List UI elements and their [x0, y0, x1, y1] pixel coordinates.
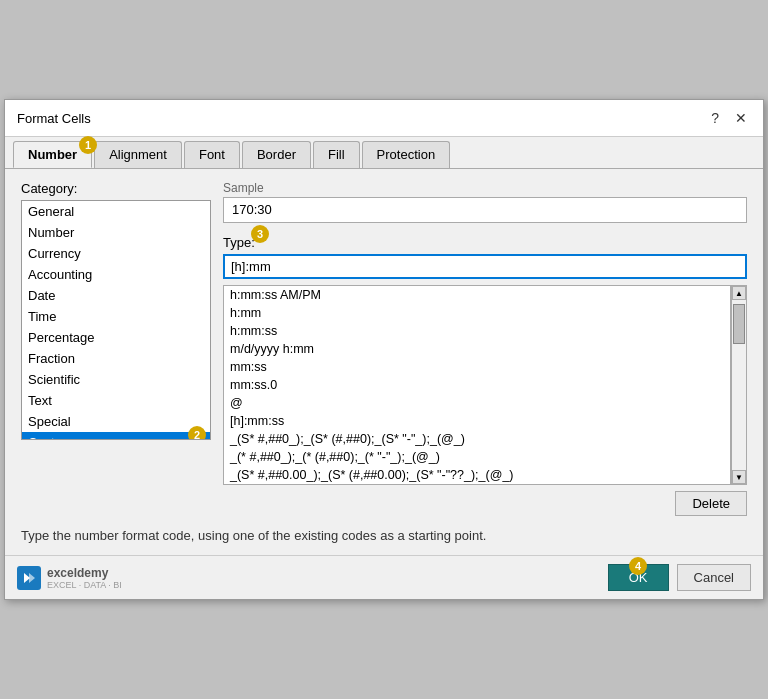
category-item-percentage[interactable]: Percentage — [22, 327, 210, 348]
hint-text: Type the number format code, using one o… — [21, 528, 747, 543]
sample-label: Sample — [223, 181, 747, 195]
dialog-body: Category: General Number Currency Accoun… — [5, 169, 763, 555]
format-list[interactable]: h:mm:ss AM/PM h:mm h:mm:ss m/d/yyyy h:mm… — [223, 285, 731, 485]
logo-icon — [17, 566, 41, 590]
footer-logo: exceldemy EXCEL · DATA · BI — [17, 566, 122, 590]
logo-svg — [22, 571, 36, 585]
category-item-custom[interactable]: Custom 2 — [22, 432, 210, 440]
type-input[interactable] — [223, 254, 747, 279]
format-item[interactable]: h:mm — [224, 304, 730, 322]
format-list-wrap: h:mm:ss AM/PM h:mm h:mm:ss m/d/yyyy h:mm… — [223, 285, 731, 485]
tab-alignment[interactable]: Alignment — [94, 141, 182, 168]
format-item[interactable]: _(S* #,##0_);_(S* (#,##0);_(S* "-"_);_(@… — [224, 430, 730, 448]
delete-button[interactable]: Delete — [675, 491, 747, 516]
right-actions: Delete — [223, 491, 747, 516]
format-item[interactable]: @ — [224, 394, 730, 412]
cancel-button[interactable]: Cancel — [677, 564, 751, 591]
category-item-time[interactable]: Time — [22, 306, 210, 327]
close-button[interactable]: ✕ — [731, 108, 751, 128]
scroll-thumb[interactable] — [733, 304, 745, 344]
svg-marker-1 — [29, 573, 35, 583]
type-label: Type: — [223, 235, 255, 250]
footer: exceldemy EXCEL · DATA · BI 4 OK Cancel — [5, 555, 763, 599]
right-panel: Sample 170:30 Type: 3 h:mm:ss AM/PM h:mm… — [223, 181, 747, 516]
format-list-scrollbar[interactable]: ▲ ▼ — [731, 285, 747, 485]
help-button[interactable]: ? — [707, 108, 723, 128]
format-item[interactable]: _(* #,##0.00_);_(* (#,##0.00);_(* "-"??_… — [224, 484, 730, 485]
ok-badge: 4 — [629, 557, 647, 575]
ok-button[interactable]: 4 OK — [608, 564, 669, 591]
format-item[interactable]: _(S* #,##0.00_);_(S* (#,##0.00);_(S* "-"… — [224, 466, 730, 484]
type-row: Type: 3 — [223, 235, 747, 250]
sample-value: 170:30 — [223, 197, 747, 223]
dialog-title: Format Cells — [17, 111, 91, 126]
tab-number-badge: 1 — [79, 136, 97, 154]
format-item[interactable]: m/d/yyyy h:mm — [224, 340, 730, 358]
category-item-general[interactable]: General — [22, 201, 210, 222]
scroll-up-arrow[interactable]: ▲ — [732, 286, 746, 300]
format-item[interactable]: mm:ss.0 — [224, 376, 730, 394]
category-label: Category: — [21, 181, 77, 196]
category-item-currency[interactable]: Currency — [22, 243, 210, 264]
category-item-fraction[interactable]: Fraction — [22, 348, 210, 369]
footer-buttons: 4 OK Cancel — [608, 564, 751, 591]
format-item[interactable]: _(* #,##0_);_(* (#,##0);_(* "-"_);_(@_) — [224, 448, 730, 466]
category-item-number[interactable]: Number — [22, 222, 210, 243]
tab-protection[interactable]: Protection — [362, 141, 451, 168]
category-list[interactable]: General Number Currency Accounting Date … — [21, 200, 211, 440]
category-item-scientific[interactable]: Scientific — [22, 369, 210, 390]
format-item[interactable]: mm:ss — [224, 358, 730, 376]
category-item-special[interactable]: Special — [22, 411, 210, 432]
title-controls: ? ✕ — [707, 108, 751, 128]
scroll-down-arrow[interactable]: ▼ — [732, 470, 746, 484]
format-item[interactable]: h:mm:ss AM/PM — [224, 286, 730, 304]
tab-number[interactable]: Number 1 — [13, 141, 92, 168]
main-layout: Category: General Number Currency Accoun… — [21, 181, 747, 516]
category-custom-badge: 2 — [188, 426, 206, 440]
format-item[interactable]: [h]:mm:ss — [224, 412, 730, 430]
category-item-date[interactable]: Date — [22, 285, 210, 306]
tab-fill[interactable]: Fill — [313, 141, 360, 168]
left-panel: Category: General Number Currency Accoun… — [21, 181, 211, 516]
format-item[interactable]: h:mm:ss — [224, 322, 730, 340]
category-item-text[interactable]: Text — [22, 390, 210, 411]
logo-text: exceldemy EXCEL · DATA · BI — [47, 566, 122, 590]
format-cells-dialog: Format Cells ? ✕ Number 1 Alignment Font… — [4, 99, 764, 600]
type-badge: 3 — [251, 225, 269, 243]
tab-border[interactable]: Border — [242, 141, 311, 168]
title-bar: Format Cells ? ✕ — [5, 100, 763, 137]
format-list-container: h:mm:ss AM/PM h:mm h:mm:ss m/d/yyyy h:mm… — [223, 285, 747, 485]
tab-font[interactable]: Font — [184, 141, 240, 168]
category-item-accounting[interactable]: Accounting — [22, 264, 210, 285]
tabs-bar: Number 1 Alignment Font Border Fill Prot… — [5, 137, 763, 169]
